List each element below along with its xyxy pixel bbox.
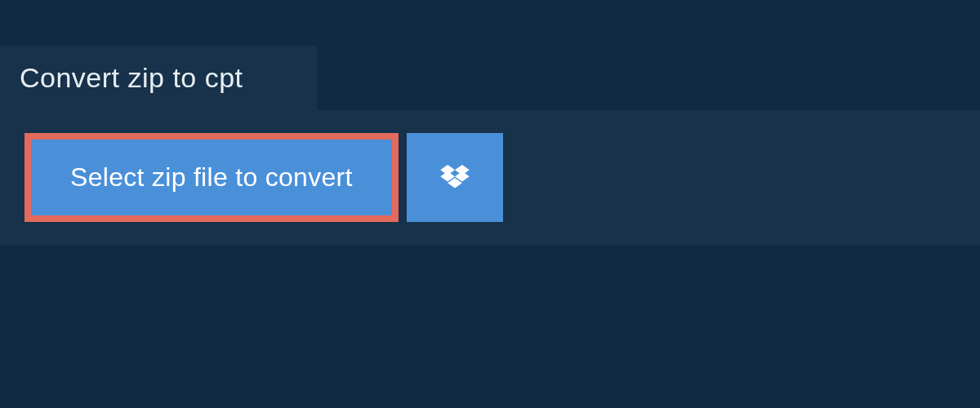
button-row: Select zip file to convert [24, 133, 956, 222]
page-title: Convert zip to cpt [20, 62, 284, 94]
header-tab: Convert zip to cpt [0, 46, 317, 110]
select-file-label: Select zip file to convert [70, 162, 353, 193]
dropbox-icon [440, 165, 470, 191]
select-file-button[interactable]: Select zip file to convert [24, 133, 399, 222]
upload-panel: Select zip file to convert [0, 110, 980, 245]
dropbox-button[interactable] [407, 133, 503, 222]
